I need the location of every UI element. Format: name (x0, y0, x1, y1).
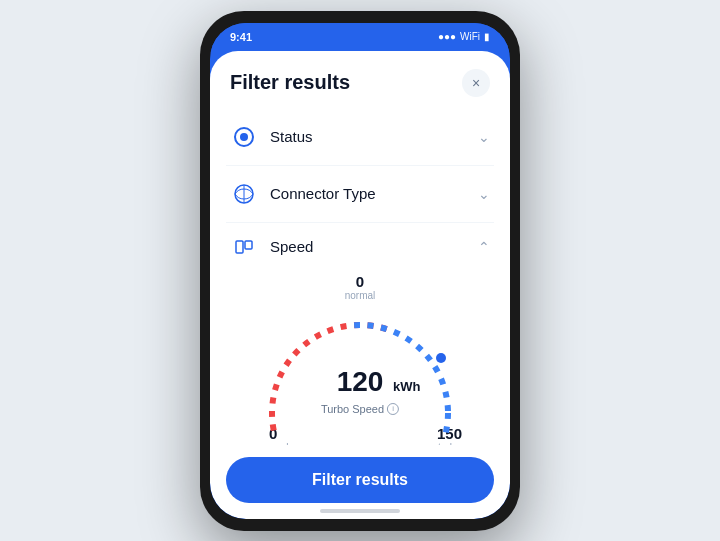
svg-rect-4 (236, 241, 243, 253)
modal-sheet: Filter results × (210, 51, 510, 519)
modal-header: Filter results × (210, 51, 510, 109)
connector-type-label: Connector Type (270, 185, 376, 202)
phone-wrapper: 9:41 ●●● WiFi ▮ Filter results × (200, 11, 520, 531)
gauge-top-num: 0 (250, 273, 470, 290)
speed-label: Speed (270, 238, 313, 255)
speed-header[interactable]: Speed ⌃ (230, 233, 490, 273)
wifi-icon: WiFi (460, 31, 480, 42)
modal-title: Filter results (230, 71, 350, 94)
status-chevron: ⌄ (478, 129, 490, 145)
speed-icon (230, 233, 258, 261)
status-icon (230, 123, 258, 151)
gauge-left-text: normal (258, 442, 289, 445)
home-indicator (320, 509, 400, 513)
status-bar-icons: ●●● WiFi ▮ (438, 31, 490, 42)
gauge-container: 0 normal // This SVG will be rendered as… (250, 273, 470, 445)
filter-list: Status ⌄ (210, 109, 510, 445)
gauge-subtitle: Turbo Speed (321, 403, 384, 415)
gauge-top-label: normal (250, 290, 470, 301)
phone-screen: 9:41 ●●● WiFi ▮ Filter results × (210, 23, 510, 519)
signal-icon: ●●● (438, 31, 456, 42)
filter-item-connector-type[interactable]: Connector Type ⌄ (226, 166, 494, 223)
close-button[interactable]: × (462, 69, 490, 97)
svg-text:120: 120 (337, 366, 384, 397)
svg-point-1 (240, 133, 248, 141)
status-bar: 9:41 ●●● WiFi ▮ (210, 23, 510, 51)
gauge-right-text: turbo (437, 442, 462, 445)
filter-item-status[interactable]: Status ⌄ (226, 109, 494, 166)
filter-results-button[interactable]: Filter results (226, 457, 494, 503)
connector-type-icon (230, 180, 258, 208)
phone-frame: 9:41 ●●● WiFi ▮ Filter results × (200, 11, 520, 531)
connector-type-chevron: ⌄ (478, 186, 490, 202)
filter-item-speed: Speed ⌃ 0 normal (226, 223, 494, 445)
modal-footer: Filter results (210, 445, 510, 519)
battery-icon: ▮ (484, 31, 490, 42)
status-bar-time: 9:41 (230, 31, 252, 43)
status-label: Status (270, 128, 313, 145)
svg-point-11 (436, 353, 446, 363)
speed-chevron: ⌃ (478, 239, 490, 255)
svg-text:kWh: kWh (393, 379, 421, 394)
svg-rect-5 (245, 241, 252, 249)
info-icon[interactable]: i (387, 403, 399, 415)
